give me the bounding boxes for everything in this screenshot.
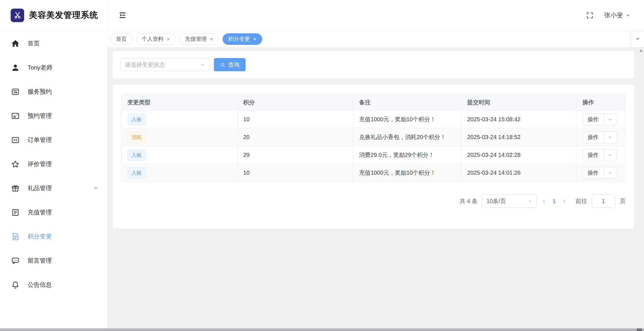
home-icon xyxy=(11,39,20,48)
points-cell: 29 xyxy=(237,146,353,164)
time-cell: 2025-03-24 14:01:26 xyxy=(461,164,577,182)
service-icon xyxy=(11,87,20,96)
tab[interactable]: 个人资料 × xyxy=(136,33,176,45)
sidebar-item-label: 评价管理 xyxy=(28,160,52,168)
tab-label: 首页 xyxy=(116,35,127,43)
topbar-main: 张小斐 xyxy=(108,0,644,30)
action-dropdown-button[interactable]: 操作 xyxy=(582,149,617,161)
page-unit-label: 页 xyxy=(620,197,626,205)
sidebar-item-label: 充值管理 xyxy=(28,208,52,216)
sidebar-item-label: 预约管理 xyxy=(28,112,52,120)
chevron-down-icon xyxy=(604,114,616,125)
page-size-select[interactable]: 10条/页 xyxy=(482,195,537,208)
bell-icon xyxy=(11,280,20,289)
tab[interactable]: 积分变更 × xyxy=(223,33,262,45)
sidebar-item[interactable]: 留言管理 xyxy=(0,249,107,273)
tab-bar: 首页 × 个人资料 × 充值管理 × 积分变更 × xyxy=(108,31,644,47)
points-cell: 20 xyxy=(237,128,353,146)
scrollbar-thumb[interactable] xyxy=(637,328,642,331)
close-icon[interactable]: × xyxy=(166,36,170,42)
sidebar-item[interactable]: 公告信息 xyxy=(0,273,107,297)
user-menu[interactable]: 张小斐 xyxy=(604,11,631,20)
sidebar-item[interactable]: 礼品管理 xyxy=(0,176,107,200)
page-number[interactable]: 1 xyxy=(551,198,557,205)
scrollbar-up-arrow[interactable]: ▲ xyxy=(639,48,643,52)
sidebar-item[interactable]: 订单管理 xyxy=(0,128,107,152)
chevron-down-icon xyxy=(604,149,616,161)
search-icon xyxy=(220,62,225,68)
goto-page-input[interactable] xyxy=(592,195,615,208)
tab[interactable]: 充值管理 × xyxy=(179,33,219,45)
star-icon xyxy=(11,160,20,169)
table-row: 入账 29 消费29.0元，奖励29个积分！ 2025-03-24 14:02:… xyxy=(122,146,626,164)
prev-page-button[interactable] xyxy=(541,199,547,204)
time-cell: 2025-03-24 15:08:42 xyxy=(461,111,577,128)
sidebar-item[interactable]: 评价管理 xyxy=(0,152,107,176)
column-header: 积分 xyxy=(237,95,353,111)
user-name: 张小斐 xyxy=(604,11,623,20)
scissors-icon xyxy=(13,11,22,20)
recharge-icon xyxy=(11,208,20,217)
sidebar-item[interactable]: 服务预约 xyxy=(0,80,107,104)
points-cell: 10 xyxy=(237,111,353,128)
action-dropdown-button[interactable]: 操作 xyxy=(582,113,617,126)
tab[interactable]: 首页 × xyxy=(110,33,133,45)
sidebar-item-label: 服务预约 xyxy=(28,88,52,96)
chevron-down-icon xyxy=(604,132,616,143)
sidebar-item[interactable]: 积分变更 xyxy=(0,224,107,249)
chevron-down-icon xyxy=(625,13,631,18)
remark-cell: 充值1000元，奖励10个积分！ xyxy=(353,111,461,128)
booking-icon xyxy=(11,111,20,120)
logo-area: 美容美发管理系统 xyxy=(0,0,108,30)
app-header: 美容美发管理系统 张小斐 xyxy=(0,0,644,31)
sidebar-item-label: 公告信息 xyxy=(28,281,52,289)
next-page-button[interactable] xyxy=(561,199,567,204)
filter-card: 请选择变更状态 查询 xyxy=(113,51,634,78)
chevron-down-icon xyxy=(200,62,205,67)
points-cell: 10 xyxy=(237,164,353,182)
table-row: 消耗 20 兑换礼品小香包，消耗20个积分！ 2025-03-24 14:18:… xyxy=(122,128,626,146)
table-card: 变更类型 积分 备注 提交时间 操作 入账 10 充值1000元，奖励10个积分… xyxy=(113,85,634,228)
change-type-tag: 消耗 xyxy=(127,132,146,143)
chevron-down-icon xyxy=(93,185,99,191)
sidebar-item[interactable]: 首页 xyxy=(0,31,107,55)
sidebar-item[interactable]: Tony老师 xyxy=(0,55,107,80)
points-change-table: 变更类型 积分 备注 提交时间 操作 入账 10 充值1000元，奖励10个积分… xyxy=(121,94,626,182)
sidebar-item-label: Tony老师 xyxy=(28,63,52,72)
column-header: 变更类型 xyxy=(122,95,237,111)
action-dropdown-button[interactable]: 操作 xyxy=(582,131,617,143)
sidebar-collapse-button[interactable] xyxy=(118,11,127,20)
topbar-right: 张小斐 xyxy=(586,11,631,20)
message-icon xyxy=(11,256,20,265)
horizontal-scrollbar[interactable] xyxy=(0,328,644,331)
tab-overflow-button[interactable] xyxy=(631,31,644,47)
remark-cell: 充值1000元，奖励10个积分！ xyxy=(353,164,461,182)
change-status-select[interactable]: 请选择变更状态 xyxy=(120,58,210,71)
search-button[interactable]: 查询 xyxy=(214,58,246,71)
sidebar-item-label: 积分变更 xyxy=(28,232,52,240)
close-icon[interactable]: × xyxy=(210,36,213,42)
gift-icon xyxy=(11,184,20,193)
tab-label: 个人资料 xyxy=(142,35,164,43)
action-dropdown-button[interactable]: 操作 xyxy=(582,167,617,179)
time-cell: 2025-03-24 14:02:28 xyxy=(461,146,577,164)
sidebar-item[interactable]: 预约管理 xyxy=(0,104,107,128)
app-logo xyxy=(11,9,24,22)
chevron-down-icon xyxy=(528,199,532,203)
change-type-tag: 入账 xyxy=(127,114,146,125)
pagination: 共 4 条 10条/页 1 前往 页 xyxy=(121,195,626,208)
user-icon xyxy=(11,63,20,72)
table-row: 入账 10 充值1000元，奖励10个积分！ 2025-03-24 14:01:… xyxy=(122,164,626,182)
sidebar-item[interactable]: 充值管理 xyxy=(0,200,107,224)
remark-cell: 消费29.0元，奖励29个积分！ xyxy=(353,146,461,164)
sidebar-item-label: 留言管理 xyxy=(28,257,52,265)
select-placeholder: 请选择变更状态 xyxy=(125,61,165,69)
fullscreen-button[interactable] xyxy=(586,11,594,19)
remark-cell: 兑换礼品小香包，消耗20个积分！ xyxy=(353,128,461,146)
sidebar-item-label: 礼品管理 xyxy=(28,184,52,192)
column-header: 提交时间 xyxy=(461,95,577,111)
content-area: 首页 × 个人资料 × 充值管理 × 积分变更 × xyxy=(108,31,644,328)
sidebar-item-label: 订单管理 xyxy=(28,136,52,144)
points-icon xyxy=(11,232,20,241)
close-icon[interactable]: × xyxy=(253,36,256,42)
